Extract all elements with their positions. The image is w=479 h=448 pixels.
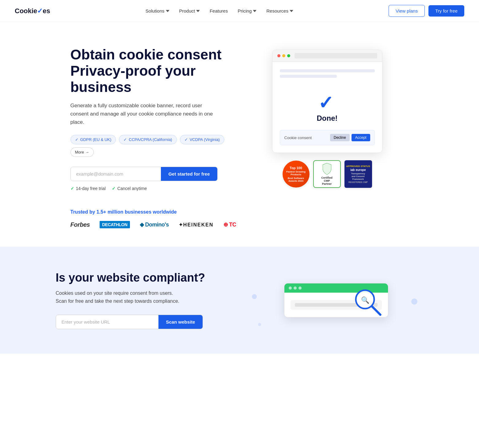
browser-bar — [272, 50, 382, 62]
check-icon: ✓ — [112, 186, 116, 191]
done-label: Done! — [317, 114, 338, 123]
hero-visual: ✓ Done! Cookie consent Decline Accept — [246, 50, 409, 188]
cancel-badge: ✓ Cancel anytime — [112, 186, 147, 191]
url-bar — [295, 53, 377, 59]
trial-badge: ✓ 14-day free trial — [70, 186, 106, 191]
navigation: Cookie✓es Solutions Product Features Pri… — [0, 0, 479, 22]
brand-dominos: ◆ Domino's — [140, 221, 169, 228]
brand-toyota: ⊕ TC — [223, 221, 236, 228]
trusted-section: Trusted by 1.5+ million businesses world… — [56, 209, 424, 247]
accept-button[interactable]: Accept — [352, 134, 370, 141]
scan-browser-body: 🔍 — [284, 293, 388, 317]
scan-dot-2 — [294, 287, 297, 290]
scan-url-box: 🔍 — [291, 300, 382, 310]
brand-decathlon: DECATHLON — [100, 221, 130, 228]
get-started-button[interactable]: Get started for free — [161, 167, 217, 181]
svg-text:✓: ✓ — [318, 93, 333, 113]
iab-badge: APPROVED STATUS iab europe Transparencya… — [344, 160, 372, 188]
compliance-title: Is your website compliant? — [56, 271, 230, 284]
scan-form: Scan website — [56, 315, 203, 329]
floating-dot-4 — [258, 323, 261, 326]
nav-pricing[interactable]: Pricing — [238, 8, 257, 13]
tag-gdpr: ✓ GDPR (EU & UK) — [70, 135, 116, 144]
hero-subtitle: Generate a fully customizable cookie ban… — [70, 101, 218, 127]
dot-red — [277, 54, 280, 57]
done-icon-area: ✓ Done! — [317, 85, 338, 125]
certification-badges: Top 100 Fastest GrowingProducts Best Sof… — [283, 160, 372, 188]
floating-dot-2 — [411, 298, 417, 305]
scan-dot-3 — [298, 287, 302, 290]
dot-green — [287, 54, 290, 57]
brand-logos: Forbes DECATHLON ◆ Domino's ✦HEINEKEN ⊕ … — [70, 221, 409, 228]
done-checkmark-icon: ✓ — [317, 91, 338, 113]
hero-title: Obtain cookie consent Privacy-proof your… — [70, 47, 234, 95]
email-form: Get started for free — [70, 167, 218, 181]
brand-heineken: ✦HEINEKEN — [179, 222, 214, 228]
cmp-badge: CertifiedCMPPartner — [313, 160, 341, 188]
compliance-desc: Cookies used on your site require consen… — [56, 289, 184, 305]
cookie-consent-bar: Cookie consent Decline Accept — [280, 130, 375, 145]
hero-content: Obtain cookie consent Privacy-proof your… — [70, 47, 234, 191]
website-url-input[interactable] — [56, 315, 159, 329]
tag-vcdpa: ✓ VCDPA (Virginia) — [180, 135, 225, 144]
hero-section: Obtain cookie consent Privacy-proof your… — [0, 22, 479, 247]
nav-actions: View plans Try for free — [389, 5, 464, 17]
trust-features: ✓ 14-day free trial ✓ Cancel anytime — [70, 186, 234, 191]
nav-product[interactable]: Product — [179, 8, 200, 13]
check-icon: ✓ — [124, 137, 127, 142]
logo[interactable]: Cookie✓es — [15, 7, 50, 15]
compliance-tags: ✓ GDPR (EU & UK) ✓ CCPA/CPRA (California… — [70, 135, 234, 157]
scan-dot-1 — [289, 287, 292, 290]
email-input[interactable] — [71, 167, 161, 181]
logo-check: ✓ — [37, 7, 43, 15]
check-icon: ✓ — [75, 137, 78, 142]
compliance-inner: Is your website compliant? Cookies used … — [56, 271, 424, 329]
magnify-glass-icon: 🔍 — [348, 287, 385, 317]
scan-website-button[interactable]: Scan website — [158, 315, 202, 329]
cmp-shield-icon — [321, 163, 333, 175]
mockup-lines — [280, 69, 375, 80]
logo-text: Cookie✓es — [15, 7, 50, 15]
line-1 — [280, 69, 375, 72]
tag-ccpa: ✓ CCPA/CPRA (California) — [119, 135, 177, 144]
line-2 — [280, 75, 337, 78]
check-icon: ✓ — [70, 186, 74, 191]
g2-badge: Top 100 Fastest GrowingProducts Best Sof… — [283, 161, 310, 188]
scan-illustration: 🔍 — [249, 283, 424, 317]
scan-browser-mockup: 🔍 — [284, 283, 388, 317]
decline-button[interactable]: Decline — [330, 134, 350, 141]
nav-links: Solutions Product Features Pricing Resou… — [146, 8, 293, 13]
try-free-button[interactable]: Try for free — [428, 5, 464, 17]
trusted-text: Trusted by 1.5+ million businesses world… — [70, 209, 409, 215]
brand-forbes: Forbes — [70, 221, 90, 228]
consent-label: Cookie consent — [284, 135, 312, 140]
svg-text:🔍: 🔍 — [361, 296, 370, 304]
browser-mockup: ✓ Done! Cookie consent Decline Accept — [272, 50, 382, 153]
nav-resources[interactable]: Resources — [266, 8, 293, 13]
dot-yellow — [282, 54, 285, 57]
floating-dot-3 — [252, 294, 257, 299]
compliance-section: Is your website compliant? Cookies used … — [0, 247, 479, 354]
consent-buttons: Decline Accept — [330, 134, 370, 141]
compliance-content: Is your website compliant? Cookies used … — [56, 271, 230, 329]
nav-solutions[interactable]: Solutions — [146, 8, 169, 13]
mockup-body: ✓ Done! Cookie consent Decline Accept — [272, 62, 382, 153]
check-icon: ✓ — [184, 137, 188, 142]
nav-features[interactable]: Features — [210, 8, 228, 13]
view-plans-button[interactable]: View plans — [389, 5, 425, 17]
svg-line-3 — [372, 306, 380, 315]
more-tags-button[interactable]: More → — [70, 147, 94, 157]
